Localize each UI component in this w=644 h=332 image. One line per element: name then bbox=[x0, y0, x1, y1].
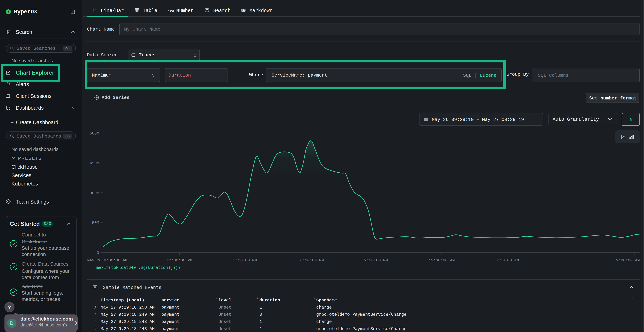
svg-text:3:30:00 AM: 3:30:00 AM bbox=[495, 258, 519, 261]
svg-text:3:30:00 PM: 3:30:00 PM bbox=[233, 258, 257, 261]
svg-text:0: 0 bbox=[97, 251, 99, 255]
svg-text:600M: 600M bbox=[90, 131, 99, 136]
svg-text:6:30:00 PM: 6:30:00 PM bbox=[300, 258, 324, 261]
svg-text:12:30:00 AM: 12:30:00 AM bbox=[428, 258, 454, 261]
svg-text:9:30:00 PM: 9:30:00 PM bbox=[364, 258, 388, 261]
svg-text:12:30:00 PM: 12:30:00 PM bbox=[166, 258, 192, 261]
svg-text:450M: 450M bbox=[90, 161, 99, 166]
svg-text:150M: 150M bbox=[90, 221, 99, 225]
svg-text:300M: 300M bbox=[90, 191, 99, 196]
svg-text:9:00:00 AM: 9:00:00 AM bbox=[616, 258, 640, 261]
svg-text:May 26 9:00:00 AM: May 26 9:00:00 AM bbox=[87, 258, 127, 261]
